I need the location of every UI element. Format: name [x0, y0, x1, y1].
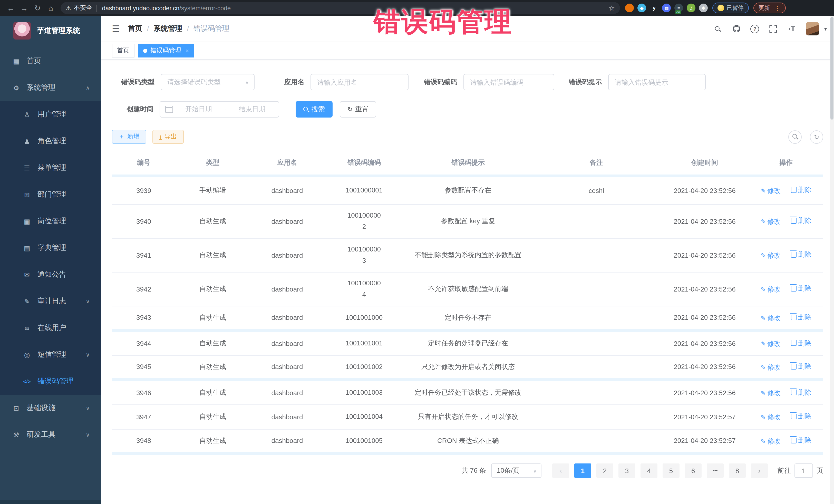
extension-puzzle-icon[interactable]: ❖	[699, 4, 708, 12]
page-size-select[interactable]: 10条/页 ∨	[491, 463, 542, 478]
forward-icon[interactable]: →	[18, 4, 31, 12]
page-scrollbar[interactable]	[830, 16, 834, 504]
tab-error-code[interactable]: 错误码管理 ×	[138, 44, 194, 58]
extension-key-icon[interactable]: ⚷	[687, 4, 696, 12]
reset-button[interactable]: ↻ 重置	[340, 101, 376, 117]
delete-link[interactable]: 删除	[791, 388, 811, 397]
breadcrumb-system[interactable]: 系统管理	[153, 24, 182, 34]
delete-link[interactable]: 删除	[791, 362, 811, 371]
error-code-type-select[interactable]: 请选择错误码类型 ∨	[161, 74, 255, 90]
delete-link[interactable]: 删除	[791, 185, 811, 195]
profile-paused-pill[interactable]: 已暂停	[712, 3, 749, 13]
extension-gem-icon[interactable]: ◆	[637, 4, 646, 12]
delete-link[interactable]: 删除	[791, 412, 811, 421]
toggle-search-icon[interactable]	[788, 130, 802, 144]
edit-link[interactable]: ✎修改	[761, 313, 781, 323]
sidebar-item[interactable]: ☰ 菜单管理	[0, 154, 101, 181]
delete-link[interactable]: 删除	[791, 436, 811, 445]
search-button[interactable]: 搜索	[295, 101, 333, 117]
search-icon[interactable]	[714, 24, 723, 34]
chevron-down-icon[interactable]: ▾	[824, 26, 827, 31]
edit-link[interactable]: ✎修改	[761, 437, 781, 446]
edit-link[interactable]: ✎修改	[761, 339, 781, 349]
bookmark-star-icon[interactable]: ☆	[609, 4, 615, 12]
more-pages-button[interactable]: •••	[707, 463, 724, 478]
edit-link[interactable]: ✎修改	[761, 251, 781, 260]
sidebar-item[interactable]: ✎ 审计日志 ∨	[0, 288, 101, 314]
sidebar-item[interactable]: ▣ 岗位管理	[0, 208, 101, 235]
github-icon[interactable]	[732, 24, 741, 34]
address-bar[interactable]: ⚠ 不安全 dashboard.yudao.iocoder.cn/system/…	[61, 2, 620, 14]
sidebar-item[interactable]: ♙ 用户管理	[0, 101, 101, 128]
sidebar-item[interactable]: ◎ 短信管理 ∨	[0, 341, 101, 368]
table-row[interactable]: 3948 自动生成 dashboard 1001001005 CRON 表达式不…	[112, 429, 823, 454]
page-button[interactable]: 5	[663, 463, 680, 478]
table-row[interactable]: 3942 自动生成 dashboard 100100000 4 不允许获取敏感配…	[112, 272, 823, 306]
table-row[interactable]: 3946 自动生成 dashboard 1001001003 定时任务已经处于该…	[112, 380, 823, 404]
goto-page-input[interactable]	[794, 463, 813, 478]
extension-list-icon[interactable]: ≡on	[674, 4, 683, 12]
next-page-button[interactable]: ›	[751, 463, 768, 478]
extension-orange-icon[interactable]	[625, 4, 634, 12]
add-button[interactable]: ＋ 新增	[112, 130, 146, 144]
font-size-icon[interactable]: тT	[787, 24, 796, 34]
extension-green-y-icon[interactable]: y	[650, 4, 658, 12]
sidebar-item[interactable]: ⚒ 研发工具 ∨	[0, 421, 101, 448]
delete-link[interactable]: 删除	[791, 338, 811, 348]
table-row[interactable]: 3944 自动生成 dashboard 1001001001 定时任务的处理器已…	[112, 330, 823, 355]
breadcrumb-home[interactable]: 首页	[128, 24, 142, 34]
page-button[interactable]: 4	[640, 463, 657, 478]
not-secure-label[interactable]: 不安全	[74, 4, 92, 12]
edit-link[interactable]: ✎修改	[761, 389, 781, 398]
logo-row[interactable]: 芋道管理系统	[0, 16, 101, 46]
page-button[interactable]: 1	[574, 463, 591, 478]
table-row[interactable]: 3941 自动生成 dashboard 100100000 3 不能删除类型为系…	[112, 238, 823, 272]
page-button[interactable]: 2	[596, 463, 613, 478]
prev-page-button[interactable]: ‹	[552, 463, 569, 478]
tab-home[interactable]: 首页	[112, 44, 134, 58]
sidebar-item[interactable]: ✉ 通知公告	[0, 261, 101, 288]
edit-link[interactable]: ✎修改	[761, 363, 781, 372]
delete-link[interactable]: 删除	[791, 284, 811, 293]
table-row[interactable]: 3947 自动生成 dashboard 1001001004 只有开启状态的任务…	[112, 404, 823, 429]
update-button[interactable]: 更新 ⋮	[753, 3, 786, 13]
delete-link[interactable]: 删除	[791, 216, 811, 225]
delete-link[interactable]: 删除	[791, 250, 811, 259]
fullscreen-icon[interactable]	[769, 24, 778, 34]
export-button[interactable]: ↓ 导出	[152, 130, 183, 144]
table-row[interactable]: 3939 手动编辑 dashboard 1001000001 参数配置不存在 c…	[112, 176, 823, 204]
back-icon[interactable]: ←	[4, 4, 18, 12]
edit-link[interactable]: ✎修改	[761, 285, 781, 294]
user-avatar[interactable]	[806, 22, 819, 36]
delete-link[interactable]: 删除	[791, 312, 811, 322]
sidebar-item[interactable]: ▦ 首页	[0, 48, 101, 74]
edit-link[interactable]: ✎修改	[761, 413, 781, 422]
sidebar-item[interactable]: ⊞ 部门管理	[0, 181, 101, 208]
scrollbar-thumb[interactable]	[830, 17, 833, 119]
edit-link[interactable]: ✎修改	[761, 217, 781, 226]
home-icon[interactable]: ⌂	[44, 4, 58, 12]
sidebar-item[interactable]: ⊡ 基础设施 ∨	[0, 395, 101, 421]
close-tab-icon[interactable]: ×	[186, 47, 189, 53]
page-button[interactable]: 8	[729, 463, 746, 478]
edit-link[interactable]: ✎修改	[761, 186, 781, 196]
page-button[interactable]: 3	[618, 463, 635, 478]
table-row[interactable]: 3945 自动生成 dashboard 1001001002 只允许修改为开启或…	[112, 355, 823, 380]
error-msg-input[interactable]	[608, 74, 706, 90]
sidebar-item[interactable]: ▤ 字典管理	[0, 235, 101, 261]
refresh-table-icon[interactable]: ↻	[810, 130, 823, 144]
help-icon[interactable]: ?	[750, 24, 760, 34]
reload-icon[interactable]: ↻	[31, 3, 44, 13]
app-name-input[interactable]	[310, 74, 409, 90]
sidebar-item[interactable]: ∞ 在线用户	[0, 314, 101, 341]
sidebar-item[interactable]: </> 错误码管理	[0, 368, 101, 395]
browser-menu-icon[interactable]: ⋮	[774, 4, 781, 12]
sidebar-item[interactable]: ⚙ 系统管理 ∧	[0, 74, 101, 101]
page-button[interactable]: 6	[685, 463, 702, 478]
sidebar-item[interactable]: ♟ 角色管理	[0, 128, 101, 154]
error-code-input[interactable]	[463, 74, 554, 90]
table-row[interactable]: 3940 自动生成 dashboard 100100000 2 参数配置 key…	[112, 204, 823, 238]
table-row[interactable]: 3943 自动生成 dashboard 1001001000 定时任务不存在 2…	[112, 306, 823, 330]
extension-grid-icon[interactable]: ▦	[662, 4, 671, 12]
create-time-range-picker[interactable]: 开始日期 - 结束日期	[160, 101, 279, 117]
